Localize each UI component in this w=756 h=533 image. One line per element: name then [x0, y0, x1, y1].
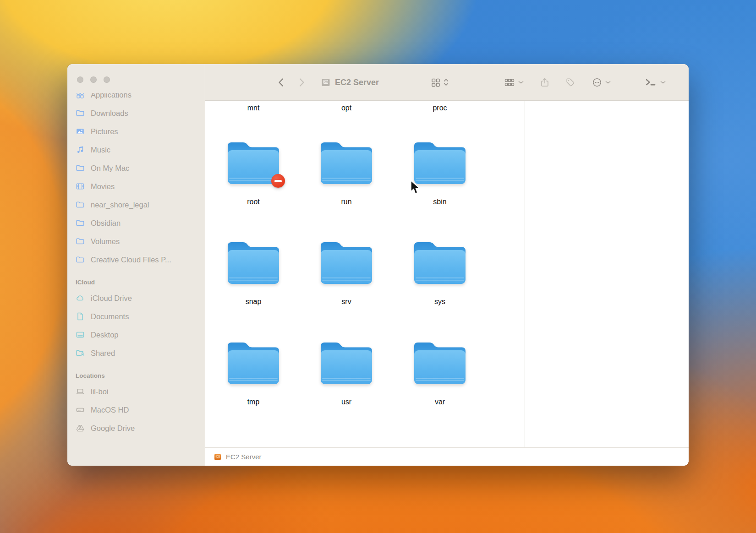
- folder-item-tmp[interactable]: tmp: [212, 338, 295, 406]
- sidebar-item-volumes[interactable]: Volumes: [67, 232, 205, 250]
- music-note-icon: [76, 145, 85, 154]
- sidebar-item-macos-hd[interactable]: MacOS HD: [67, 401, 205, 419]
- share-icon: [540, 77, 550, 87]
- folder-label: proc: [433, 104, 447, 112]
- group-by-button[interactable]: [504, 64, 524, 101]
- tag-button[interactable]: [565, 64, 575, 101]
- zoom-button[interactable]: [104, 76, 110, 83]
- folder-item-run[interactable]: run: [305, 138, 388, 206]
- sidebar-item-creative-cloud-files[interactable]: Creative Cloud Files P...: [67, 250, 205, 269]
- folder-icon: [76, 218, 85, 228]
- sidebar-divider: [205, 64, 205, 466]
- traffic-lights: [77, 76, 110, 83]
- folder-label: opt: [341, 104, 351, 112]
- close-button[interactable]: [77, 76, 83, 83]
- sidebar-item-label: Music: [91, 146, 110, 154]
- minimize-button[interactable]: [90, 76, 97, 83]
- sidebar-item-pictures[interactable]: Pictures: [67, 122, 205, 141]
- folder-item-mnt[interactable]: mnt: [212, 104, 295, 112]
- sidebar-item-label: near_shore_legal: [91, 201, 149, 209]
- sidebar-item-movies[interactable]: Movies: [67, 177, 205, 196]
- sidebar-item-desktop[interactable]: Desktop: [67, 326, 205, 344]
- folder-item-root[interactable]: root: [212, 138, 295, 206]
- sidebar-item-applications[interactable]: Applications: [67, 93, 205, 104]
- forward-button[interactable]: [296, 64, 307, 101]
- chevron-right-icon: [296, 77, 307, 87]
- disk-image-icon: [321, 77, 331, 87]
- folder-label: usr: [341, 398, 351, 406]
- sidebar-item-label: Google Drive: [91, 424, 135, 433]
- sidebar-item-on-my-mac[interactable]: On My Mac: [67, 159, 205, 177]
- folder-icon: [76, 237, 85, 246]
- applications-grid-icon: [76, 93, 85, 99]
- folder-label: mnt: [247, 104, 260, 112]
- no-access-badge: [271, 174, 285, 188]
- document-icon: [76, 312, 85, 321]
- folder-label: var: [435, 398, 445, 406]
- chevron-down-icon: [605, 81, 611, 84]
- folder-item-var[interactable]: var: [399, 338, 481, 406]
- path-bar-item[interactable]: EC2 Server: [226, 453, 262, 461]
- folder-icon: [76, 109, 85, 118]
- terminal-icon: [645, 77, 657, 87]
- sidebar-item-label: MacOS HD: [91, 406, 129, 414]
- view-selector-button[interactable]: [431, 64, 449, 101]
- sidebar-item-obsidian[interactable]: Obsidian: [67, 214, 205, 232]
- sidebar-item-label: Applications: [91, 93, 131, 99]
- folder-item-usr[interactable]: usr: [305, 338, 388, 406]
- sidebar-item-music[interactable]: Music: [67, 141, 205, 159]
- hard-drive-icon: [76, 405, 85, 414]
- sidebar-item-shared[interactable]: Shared: [67, 344, 205, 362]
- sidebar-item-label: lil-boi: [91, 387, 109, 396]
- tag-icon: [565, 77, 575, 87]
- folder-icon: [318, 338, 375, 386]
- folder-icon: [318, 238, 375, 286]
- folder-label: run: [341, 198, 351, 206]
- folder-item-opt[interactable]: opt: [305, 104, 388, 112]
- finder-window: Applications Downloads Pictures Music On…: [67, 64, 689, 466]
- sidebar-item-label: Creative Cloud Files P...: [91, 256, 171, 264]
- sidebar-item-near-shore-legal[interactable]: near_shore_legal: [67, 196, 205, 214]
- folder-item-proc[interactable]: proc: [399, 104, 481, 112]
- folder-icon: [76, 163, 85, 173]
- window-title-proxy[interactable]: EC2 Server: [321, 64, 379, 101]
- mouse-cursor: [409, 180, 420, 196]
- share-button[interactable]: [540, 64, 550, 101]
- sidebar-item-label: Desktop: [91, 331, 119, 339]
- back-button[interactable]: [276, 64, 286, 101]
- grid-view-icon: [431, 77, 441, 87]
- sidebar-section-icloud: iCloud: [67, 276, 205, 289]
- chevron-left-icon: [276, 77, 286, 87]
- folder-item-srv[interactable]: srv: [305, 238, 388, 306]
- sidebar-scroll-area: Applications Downloads Pictures Music On…: [67, 93, 205, 466]
- sidebar-item-icloud-drive[interactable]: iCloud Drive: [67, 289, 205, 307]
- sidebar-item-label: Obsidian: [91, 219, 121, 228]
- folder-item-sbin[interactable]: sbin: [399, 138, 481, 206]
- chevron-up-icon: [444, 79, 449, 82]
- folder-icon: [411, 338, 469, 386]
- sidebar-item-label: Downloads: [91, 109, 128, 118]
- more-actions-button[interactable]: [592, 64, 611, 101]
- folder-icon: [76, 255, 85, 264]
- sidebar-item-label: Pictures: [91, 127, 118, 136]
- film-icon: [76, 182, 85, 191]
- folder-item-sys[interactable]: sys: [399, 238, 481, 306]
- sidebar-item-downloads[interactable]: Downloads: [67, 104, 205, 122]
- toolbar: EC2 Server: [205, 64, 689, 101]
- folder-icon: [411, 138, 469, 186]
- view-selector-chevrons: [444, 79, 449, 86]
- sidebar-item-lil-boi[interactable]: lil-boi: [67, 382, 205, 401]
- disk-image-icon-orange: [214, 453, 222, 461]
- laptop-icon: [76, 387, 85, 396]
- folder-icon: [76, 200, 85, 209]
- desktop-icon: [76, 330, 85, 339]
- ellipsis-circle-icon: [592, 77, 602, 87]
- chevron-down-icon: [660, 81, 666, 84]
- terminal-button[interactable]: [645, 64, 666, 101]
- folder-label: sys: [434, 298, 445, 306]
- sidebar-item-documents[interactable]: Documents: [67, 307, 205, 326]
- sidebar-item-label: On My Mac: [91, 164, 129, 173]
- folder-item-snap[interactable]: snap: [212, 238, 295, 306]
- sidebar-item-label: Shared: [91, 349, 115, 358]
- sidebar-item-google-drive[interactable]: Google Drive: [67, 419, 205, 437]
